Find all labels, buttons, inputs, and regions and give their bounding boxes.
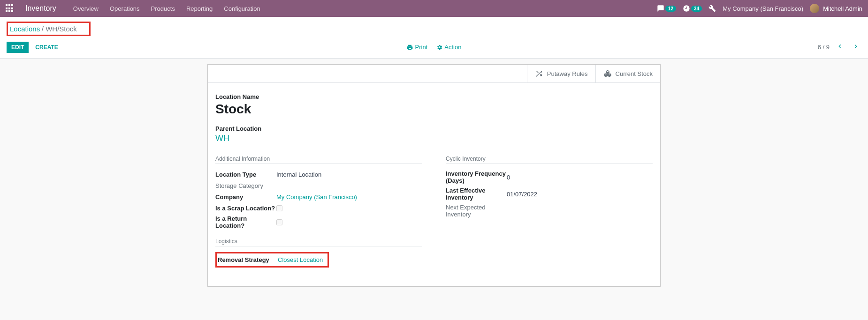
putaway-label: Putaway Rules bbox=[547, 70, 588, 77]
nav-products[interactable]: Products bbox=[151, 5, 175, 12]
edit-button[interactable]: EDIT bbox=[7, 42, 29, 53]
messaging-button[interactable]: 12 bbox=[657, 5, 676, 12]
inventory-frequency-label: Inventory Frequency (Days) bbox=[446, 170, 507, 184]
last-effective-value: 01/07/2022 bbox=[507, 191, 537, 198]
section-cyclic-inventory: Cyclic Inventory bbox=[446, 156, 653, 164]
breadcrumb-current: WH/Stock bbox=[46, 25, 77, 33]
chat-icon bbox=[657, 5, 664, 12]
chevron-right-icon bbox=[852, 43, 860, 50]
top-navbar: Inventory Overview Operations Products R… bbox=[0, 0, 868, 17]
user-menu[interactable]: Mitchell Admin bbox=[810, 4, 862, 13]
putaway-rules-button[interactable]: Putaway Rules bbox=[527, 65, 595, 82]
return-location-label: Is a Return Location? bbox=[215, 215, 276, 229]
stat-button-box: Putaway Rules Current Stock bbox=[208, 65, 660, 83]
breadcrumb-highlight: Locations / WH/Stock bbox=[7, 22, 91, 36]
location-name-label: Location Name bbox=[215, 93, 653, 100]
gear-icon bbox=[436, 44, 442, 51]
nav-configuration[interactable]: Configuration bbox=[224, 5, 260, 12]
cubes-icon bbox=[603, 69, 612, 78]
control-panel: EDIT CREATE Print Action 6 / 9 bbox=[0, 38, 868, 59]
inventory-frequency-value: 0 bbox=[507, 174, 510, 181]
breadcrumb-locations[interactable]: Locations bbox=[10, 25, 40, 33]
activities-button[interactable]: 34 bbox=[683, 5, 702, 12]
print-button[interactable]: Print bbox=[407, 44, 428, 51]
print-label: Print bbox=[415, 44, 428, 51]
print-icon bbox=[407, 44, 413, 51]
create-button[interactable]: CREATE bbox=[35, 44, 58, 51]
current-stock-button[interactable]: Current Stock bbox=[595, 65, 660, 82]
clock-icon bbox=[683, 5, 690, 12]
nav-overview[interactable]: Overview bbox=[73, 5, 99, 12]
removal-strategy-link[interactable]: Closest Location bbox=[278, 256, 323, 263]
action-button[interactable]: Action bbox=[436, 44, 461, 51]
form-sheet: Putaway Rules Current Stock Location Nam… bbox=[207, 64, 661, 287]
company-link[interactable]: My Company (San Francisco) bbox=[276, 193, 357, 201]
shuffle-icon bbox=[535, 69, 543, 78]
removal-strategy-label: Removal Strategy bbox=[218, 256, 278, 263]
return-location-checkbox[interactable] bbox=[276, 219, 282, 225]
app-name: Inventory bbox=[25, 4, 56, 13]
scrap-location-label: Is a Scrap Location? bbox=[215, 205, 276, 212]
location-type-label: Location Type bbox=[215, 171, 276, 178]
pager-next[interactable] bbox=[850, 41, 861, 53]
location-name-value: Stock bbox=[215, 102, 653, 117]
last-effective-label: Last Effective Inventory bbox=[446, 187, 507, 201]
parent-location-label: Parent Location bbox=[215, 125, 653, 132]
section-logistics: Logistics bbox=[215, 238, 422, 246]
pager-prev[interactable] bbox=[834, 41, 845, 53]
scrap-location-checkbox[interactable] bbox=[276, 205, 282, 211]
parent-location-link[interactable]: WH bbox=[215, 134, 653, 143]
avatar bbox=[810, 4, 819, 13]
storage-category-label: Storage Category bbox=[215, 182, 276, 189]
breadcrumb-separator: / bbox=[42, 25, 46, 33]
action-label: Action bbox=[444, 44, 461, 51]
pager-counter: 6 / 9 bbox=[818, 44, 830, 51]
company-label: Company bbox=[215, 193, 276, 201]
nav-operations[interactable]: Operations bbox=[110, 5, 140, 12]
apps-icon[interactable] bbox=[6, 4, 14, 13]
user-name: Mitchell Admin bbox=[823, 5, 862, 12]
debug-icon[interactable] bbox=[708, 5, 716, 12]
removal-strategy-highlight: Removal Strategy Closest Location bbox=[215, 252, 329, 268]
current-stock-label: Current Stock bbox=[616, 70, 653, 77]
next-expected-label: Next Expected Inventory bbox=[446, 204, 507, 218]
section-additional-info: Additional Information bbox=[215, 156, 422, 164]
breadcrumb-row: Locations / WH/Stock bbox=[0, 17, 868, 38]
message-count-badge: 12 bbox=[665, 6, 676, 12]
chevron-left-icon bbox=[836, 43, 844, 50]
location-type-value: Internal Location bbox=[276, 171, 321, 178]
nav-reporting[interactable]: Reporting bbox=[186, 5, 213, 12]
company-switcher[interactable]: My Company (San Francisco) bbox=[723, 5, 803, 12]
activity-count-badge: 34 bbox=[691, 6, 702, 12]
